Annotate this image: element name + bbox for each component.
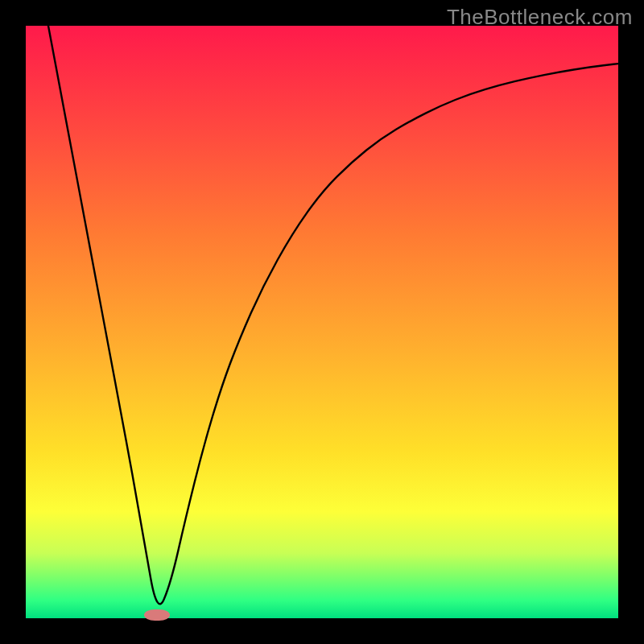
chart-frame: TheBottleneck.com: [0, 0, 644, 644]
minimum-marker: [144, 609, 170, 621]
bottleneck-curve: [26, 26, 618, 618]
plot-area: [26, 26, 618, 618]
watermark-text: TheBottleneck.com: [447, 5, 633, 30]
